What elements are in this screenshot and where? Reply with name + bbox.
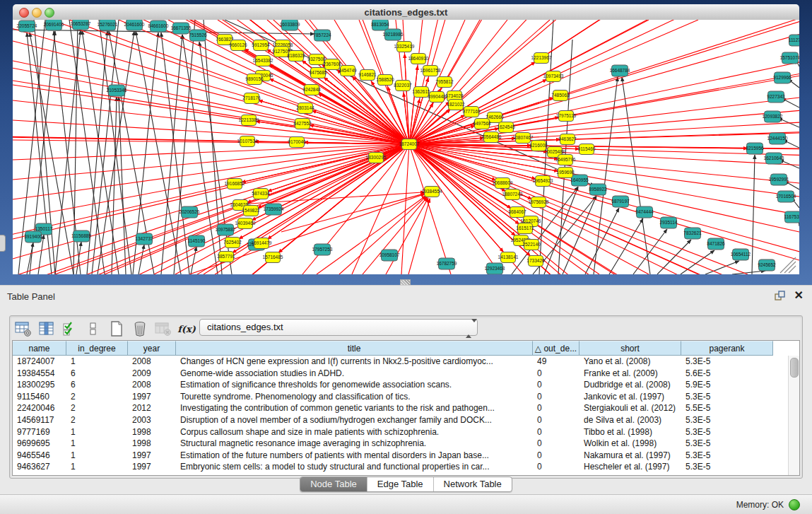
table-cell[interactable]: Structural magnetic resonance image aver… <box>176 438 533 450</box>
graph-node[interactable]: 7955812 <box>435 77 454 88</box>
graph-node[interactable]: 12923468 <box>485 263 505 274</box>
table-cell[interactable]: Changes of HCN gene expression and I(f) … <box>176 356 533 368</box>
table-cell[interactable]: 5.3E-5 <box>681 391 773 403</box>
table-cell[interactable]: Tibbo et al. (1998) <box>579 426 681 438</box>
graph-node[interactable]: 6497568 <box>473 119 491 129</box>
graph-node[interactable]: 16648784 <box>610 65 630 76</box>
graph-node[interactable]: 12444150 <box>767 133 788 144</box>
table-cell[interactable]: 2003 <box>128 414 176 426</box>
graph-node[interactable]: 2522140 <box>522 240 541 250</box>
graph-node[interactable]: 8958923 <box>589 184 607 195</box>
graph-node[interactable]: 8322037 <box>394 81 412 91</box>
graph-node[interactable]: 1112744 <box>789 35 799 46</box>
table-cell[interactable]: 9115460 <box>13 391 66 403</box>
table-mode-button[interactable] <box>14 320 33 337</box>
graph-node[interactable]: 8990448 <box>428 92 446 103</box>
table-row[interactable]: 977716911998Corpus callosum shape and si… <box>13 426 788 438</box>
table-cell[interactable]: 1 <box>66 450 128 462</box>
graph-node[interactable]: 17975115 <box>556 111 577 122</box>
graph-node[interactable]: 12213967 <box>531 53 552 64</box>
table-cell[interactable]: 5.3E-5 <box>681 461 773 473</box>
table-cell[interactable]: 9777169 <box>13 426 66 438</box>
graph-node[interactable]: 10975887 <box>216 224 236 235</box>
table-cell[interactable]: 0 <box>533 438 579 450</box>
graph-node[interactable]: 10107534 <box>237 136 258 147</box>
graph-node[interactable]: 3857791 <box>217 252 235 262</box>
graph-node[interactable]: 19384554 <box>422 187 442 197</box>
graph-node[interactable]: 16543382 <box>253 56 273 66</box>
graph-node[interactable]: 16782759 <box>437 258 457 269</box>
graph-node[interactable]: 19218986 <box>383 29 404 40</box>
table-cell[interactable]: 5.3E-5 <box>681 426 773 438</box>
table-cell[interactable]: 18724007 <box>13 356 66 368</box>
table-cell[interactable]: 2 <box>66 391 128 403</box>
graph-node[interactable]: 7832621 <box>683 228 702 239</box>
graph-node[interactable]: 16033809 <box>280 20 300 30</box>
graph-node[interactable]: 20461600 <box>124 20 145 30</box>
graph-node[interactable]: 2718176 <box>242 93 261 104</box>
graph-node[interactable]: 14039469 <box>235 218 256 229</box>
graph-node[interactable]: 9242848 <box>302 85 321 95</box>
table-cell[interactable]: 6 <box>66 379 128 391</box>
graph-node[interactable]: 9660126 <box>229 40 247 51</box>
table-cell[interactable]: 22420046 <box>13 402 66 414</box>
table-cell[interactable]: Embryonic stem cells: a model to study s… <box>176 461 533 473</box>
graph-node[interactable]: 9227343 <box>767 91 785 103</box>
table-cell[interactable]: 5.9E-5 <box>681 379 773 391</box>
graph-node[interactable]: 10807467 <box>513 133 534 144</box>
float-panel-icon[interactable] <box>774 290 787 303</box>
table-row[interactable]: 2242004622012Investigating the contribut… <box>13 402 788 414</box>
graph-node[interactable]: 84661600 <box>148 21 169 32</box>
tab-edge-table[interactable]: Edge Table <box>367 477 433 491</box>
table-cell[interactable]: 14569117 <box>13 414 66 426</box>
column-header-in_degree[interactable]: in_degree <box>66 341 128 356</box>
graph-node[interactable]: 20691406 <box>44 20 64 30</box>
graph-node[interactable]: 15276021 <box>98 20 118 30</box>
graph-node[interactable]: 8427552 <box>293 119 312 129</box>
network-canvas[interactable]: 2205572420691406106532871527602120461600… <box>13 20 799 274</box>
graph-node[interactable]: 1959698 <box>556 168 575 178</box>
graph-node[interactable]: 5912954 <box>252 40 270 51</box>
graph-node[interactable]: 18724007 <box>399 139 420 150</box>
table-cell[interactable]: 1 <box>66 461 128 473</box>
graph-node[interactable]: 1167533 <box>784 211 799 223</box>
graph-node[interactable]: 5874334 <box>252 189 270 199</box>
table-cell[interactable]: Genome-wide association studies in ADHD. <box>176 368 533 380</box>
table-cell[interactable]: Jankovic et al. (1997) <box>579 391 681 403</box>
table-cell[interactable]: 1 <box>66 356 128 368</box>
table-cell[interactable]: 5.5E-5 <box>681 402 773 414</box>
graph-node[interactable]: 1733426 <box>526 256 545 267</box>
graph-node[interactable]: 10973493 <box>543 71 564 82</box>
table-cell[interactable]: 19384554 <box>13 368 66 380</box>
graph-node[interactable]: 11156889 <box>71 230 91 242</box>
graph-node[interactable]: 15751074 <box>780 52 799 64</box>
graph-node[interactable]: 18640910 <box>408 54 429 64</box>
table-cell[interactable]: 0 <box>533 402 579 414</box>
memory-status-icon[interactable] <box>789 499 800 510</box>
graph-node[interactable]: 9245652 <box>758 259 776 271</box>
table-cell[interactable]: 0 <box>533 450 579 462</box>
graph-node[interactable]: 20564486 <box>481 132 502 143</box>
graph-node[interactable]: 9890156 <box>245 74 264 85</box>
graph-node[interactable]: 9463627 <box>558 134 577 145</box>
graph-node[interactable]: 13325419 <box>394 42 415 52</box>
graph-node[interactable]: 12213389 <box>239 115 259 126</box>
graph-node[interactable]: 10688609 <box>493 178 513 189</box>
table-cell[interactable]: 0 <box>533 379 579 391</box>
graph-node[interactable]: 17957253 <box>312 244 333 255</box>
graph-node[interactable]: 22055724 <box>17 21 37 32</box>
table-cell[interactable]: 2009 <box>128 368 176 380</box>
tab-node-table[interactable]: Node Table <box>300 477 367 491</box>
graph-node[interactable]: 19756928 <box>529 197 549 208</box>
graph-node[interactable]: 7485063 <box>551 90 570 101</box>
graph-node[interactable]: 9777169 <box>462 107 481 117</box>
table-cell[interactable]: Tourette syndrome. Phenomenology and cla… <box>176 391 533 403</box>
graph-node[interactable]: 17016504 <box>776 191 796 202</box>
column-header-name[interactable]: name <box>13 341 66 356</box>
show-columns-button[interactable] <box>37 320 56 337</box>
graph-node[interactable]: 10958107 <box>379 250 400 261</box>
graph-node[interactable]: 8454749 <box>339 66 357 76</box>
graph-node[interactable]: 16961758 <box>420 66 441 76</box>
table-row[interactable]: 1938455462009Genome-wide association stu… <box>13 368 788 380</box>
table-row[interactable]: 911546021997Tourette syndrome. Phenomeno… <box>13 391 788 403</box>
